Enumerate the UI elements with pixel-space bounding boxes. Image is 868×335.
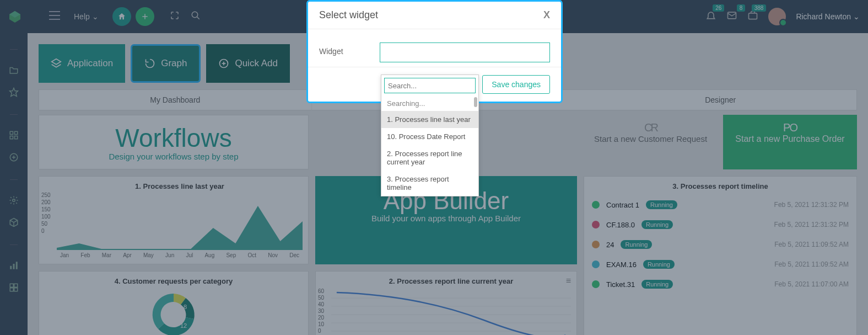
modal-close-x[interactable]: X (543, 9, 550, 21)
widget-field-label: Widget (319, 42, 363, 56)
dropdown-item[interactable]: 1. Processes line last year (381, 111, 478, 128)
dropdown-scrollbar[interactable] (474, 97, 477, 107)
dropdown-item[interactable]: 2. Processes report line current year (381, 145, 478, 171)
modal-save-button[interactable]: Save changes (482, 75, 550, 94)
dropdown-search-input[interactable] (384, 78, 476, 93)
widget-select-input[interactable] (380, 42, 550, 62)
dropdown-status: Searching... (381, 96, 478, 111)
widget-dropdown: Searching... 1. Processes line last year… (381, 75, 479, 196)
dropdown-item[interactable]: 3. Processes report timeline (381, 171, 478, 196)
dropdown-item[interactable]: 10. Process Date Report (381, 128, 478, 145)
modal-title: Select widget (319, 9, 378, 21)
